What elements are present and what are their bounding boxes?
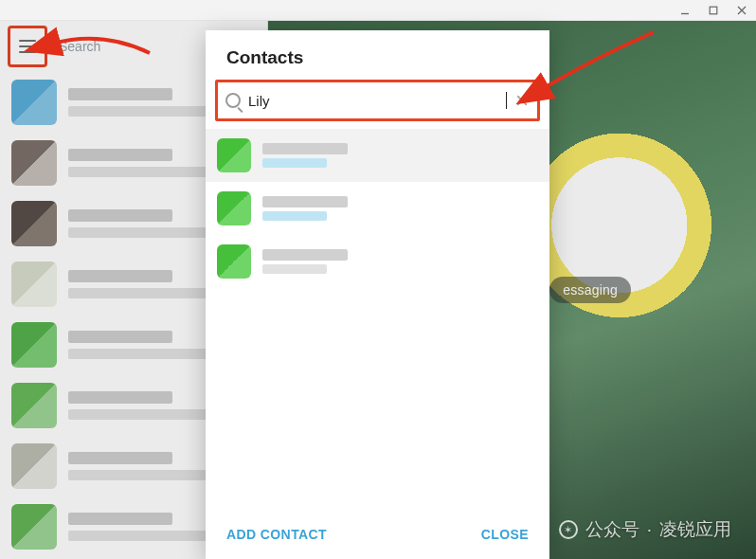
empty-state-chip: essaging: [549, 277, 631, 303]
avatar: [11, 261, 57, 307]
add-contact-button[interactable]: ADD CONTACT: [226, 527, 327, 542]
avatar: [217, 138, 251, 172]
text-caret: [506, 92, 507, 109]
modal-footer: ADD CONTACT CLOSE: [206, 514, 549, 559]
avatar: [11, 80, 57, 125]
search-icon: [225, 93, 241, 108]
watermark-prefix: 公众号: [585, 517, 639, 542]
modal-title: Contacts: [206, 30, 549, 80]
contact-row[interactable]: [206, 129, 549, 182]
contacts-modal: Contacts ADD CONTACT CLOSE: [206, 30, 549, 559]
avatar: [11, 504, 57, 550]
clear-search-icon[interactable]: [514, 93, 530, 108]
window-titlebar: [0, 0, 756, 21]
svg-rect-0: [710, 7, 717, 14]
wechat-icon: ✶: [559, 520, 578, 539]
avatar: [11, 140, 57, 186]
hamburger-icon: [19, 45, 36, 47]
window-minimize-button[interactable]: [675, 2, 695, 19]
avatar: [11, 201, 57, 246]
watermark: ✶ 公众号 · 凌锐应用: [559, 517, 731, 542]
menu-button[interactable]: [8, 26, 47, 67]
contact-row[interactable]: [206, 182, 549, 235]
avatar: [217, 191, 251, 225]
avatar: [217, 244, 251, 279]
contacts-results-list[interactable]: [206, 129, 549, 514]
contact-row[interactable]: [206, 235, 549, 288]
contacts-search-box: [215, 80, 540, 121]
watermark-sep: ·: [647, 519, 652, 540]
avatar: [11, 443, 57, 489]
close-modal-button[interactable]: CLOSE: [481, 527, 529, 542]
watermark-name: 凌锐应用: [659, 517, 731, 542]
avatar: [11, 322, 57, 368]
window-close-button[interactable]: [731, 2, 752, 19]
contacts-search-input[interactable]: [248, 93, 502, 109]
avatar: [11, 383, 57, 428]
window-maximize-button[interactable]: [703, 2, 724, 19]
